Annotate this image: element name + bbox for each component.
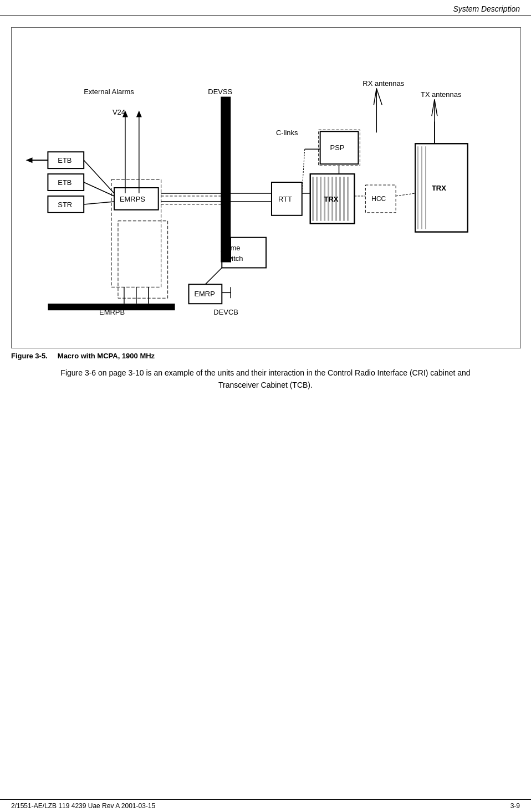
devcb-label: DEVCB <box>213 308 238 316</box>
str-emrps-line <box>84 202 114 204</box>
external-alarms-label: External Alarms <box>84 88 134 96</box>
footer-left: 2/1551-AE/LZB 119 4239 Uae Rev A 2001-03… <box>11 802 155 810</box>
devss-label: DEVSS <box>208 88 232 96</box>
rx-antennas-label: RX antennas <box>362 79 404 88</box>
emrp-timeswitch-line <box>205 268 222 284</box>
etb1-arrow <box>26 157 33 163</box>
trx1-label-front: TRX <box>324 195 339 203</box>
page-footer: 2/1551-AE/LZB 119 4239 Uae Rev A 2001-03… <box>0 799 531 812</box>
tx-antennas-label: TX antennas <box>421 90 461 99</box>
figure-caption: Figure 3-5. Macro with MCPA, 1900 MHz <box>11 352 520 360</box>
etb2-emrps-line <box>84 182 114 196</box>
emrps-label: EMRPS <box>120 195 145 203</box>
emrps-lower-dashed <box>118 221 168 299</box>
figure-label: Figure 3-5. <box>11 352 48 360</box>
hcc-label: HCC <box>371 195 386 203</box>
header-title: System Description <box>453 4 520 13</box>
body-text: Figure 3-6 on page 3-10 is an example of… <box>11 367 520 392</box>
footer-right: 3-9 <box>510 802 520 810</box>
trx2-label-front: TRX <box>432 184 446 192</box>
diagram-container: External Alarms DEVSS RX antennas TX ant… <box>11 27 521 348</box>
psp-label: PSP <box>330 143 345 152</box>
body-text-content: Figure 3-6 on page 3-10 is an example of… <box>60 368 470 389</box>
rx-ant-line2 <box>376 89 382 105</box>
etb2-label: ETB <box>58 178 72 187</box>
ext-alarm-arrow <box>136 111 142 117</box>
str-label: STR <box>58 201 72 209</box>
time-switch-label-line2: Switch <box>222 254 243 263</box>
figure-text: Macro with MCPA, 1900 MHz <box>58 352 155 360</box>
diagram-svg: External Alarms DEVSS RX antennas TX ant… <box>17 33 515 342</box>
time-switch-label-line1: Time <box>224 244 240 252</box>
rtt-label: RTT <box>278 195 292 203</box>
c-links-label: C-links <box>276 129 298 137</box>
emrpb-bar <box>48 304 175 310</box>
hcc-trx2-line <box>396 193 415 196</box>
etb1-emrps-line <box>84 160 114 193</box>
page-header: System Description <box>0 0 531 16</box>
etb1-label: ETB <box>58 156 72 165</box>
page-body: External Alarms DEVSS RX antennas TX ant… <box>0 16 531 397</box>
emrp-label: EMRP <box>194 290 215 298</box>
